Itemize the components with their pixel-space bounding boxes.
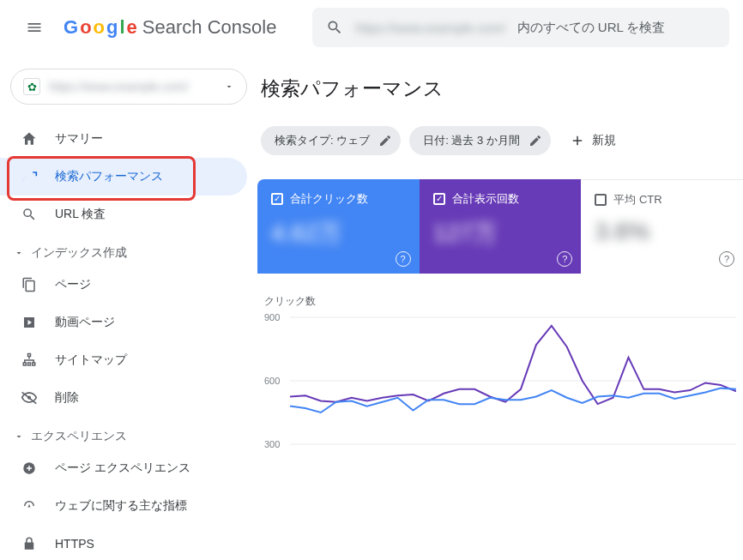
sitemap-icon [21, 352, 38, 368]
property-name: https://www.example.com/ [49, 80, 215, 93]
y-tick: 600 [264, 376, 280, 386]
help-icon[interactable]: ? [719, 251, 734, 267]
home-icon [21, 130, 38, 148]
sidebar-item-summary[interactable]: サマリー [0, 120, 247, 158]
pages-icon [21, 277, 38, 292]
hamburger-menu[interactable] [14, 7, 55, 48]
circle-plus-icon [21, 461, 38, 476]
property-favicon: ✿ [23, 78, 40, 95]
filter-date[interactable]: 日付: 過去 3 か月間 [409, 126, 551, 155]
search-prefix: https://www.example.com/ [355, 21, 504, 35]
main-content: 検索パフォーマンス 検索タイプ: ウェブ 日付: 過去 3 か月間 新規 ✓合計… [257, 55, 743, 560]
lock-icon [21, 536, 38, 551]
edit-icon [378, 134, 392, 148]
card-value: 4.62万 [271, 217, 406, 250]
chart-label: クリック数 [264, 294, 736, 309]
url-inspect-search[interactable]: https://www.example.com/ 内のすべての URL を検査 [312, 8, 729, 47]
checkbox-checked-icon: ✓ [271, 193, 283, 205]
chevron-down-icon [14, 248, 24, 258]
card-value: 127万 [433, 217, 568, 250]
y-tick: 300 [264, 439, 280, 449]
card-total-impressions[interactable]: ✓合計表示回数 127万 ? [420, 179, 582, 274]
chart-svg [290, 314, 736, 511]
sidebar-item-pages[interactable]: ページ [0, 266, 247, 304]
sidebar-item-performance[interactable]: 検索パフォーマンス [0, 158, 247, 196]
help-icon[interactable]: ? [557, 251, 572, 267]
video-icon [21, 315, 38, 330]
sidebar: ✿ https://www.example.com/ サマリー 検索パフォーマン… [0, 55, 257, 560]
sidebar-item-video-pages[interactable]: 動画ページ [0, 304, 247, 341]
y-tick: 900 [264, 312, 280, 322]
google-logo: Google Search Console [63, 16, 276, 39]
sidebar-item-removals[interactable]: 削除 [0, 379, 247, 417]
page-title: 検索パフォーマンス [257, 75, 743, 102]
checkbox-unchecked-icon [595, 194, 607, 206]
add-filter-button[interactable]: 新規 [559, 133, 626, 148]
chevron-down-icon [224, 81, 234, 92]
card-avg-ctr[interactable]: 平均 CTR 3.6% ? [581, 179, 743, 274]
chevron-down-icon [14, 431, 24, 442]
help-icon[interactable]: ? [396, 251, 411, 267]
speed-icon [21, 498, 38, 514]
visibility-off-icon [21, 389, 38, 406]
sidebar-item-page-experience[interactable]: ページ エクスペリエンス [0, 449, 247, 487]
performance-chart: 900 600 300 [264, 314, 736, 511]
edit-icon [529, 134, 542, 148]
search-icon [326, 19, 343, 36]
trending-icon [21, 168, 38, 185]
checkbox-checked-icon: ✓ [433, 193, 445, 205]
sidebar-item-https[interactable]: HTTPS [0, 525, 247, 560]
sidebar-item-sitemaps[interactable]: サイトマップ [0, 341, 247, 379]
plus-icon [570, 133, 585, 148]
sidebar-item-url-inspect[interactable]: URL 検査 [0, 196, 247, 233]
sidebar-item-core-web-vitals[interactable]: ウェブに関する主な指標 [0, 487, 247, 525]
search-icon [21, 207, 38, 222]
filter-search-type[interactable]: 検索タイプ: ウェブ [261, 126, 401, 155]
property-selector[interactable]: ✿ https://www.example.com/ [10, 69, 247, 105]
section-index[interactable]: インデックス作成 [0, 233, 257, 266]
search-suffix: 内のすべての URL を検査 [517, 20, 666, 36]
card-value: 3.6% [595, 218, 729, 245]
card-total-clicks[interactable]: ✓合計クリック数 4.62万 ? [257, 179, 420, 274]
section-experience[interactable]: エクスペリエンス [0, 417, 257, 449]
